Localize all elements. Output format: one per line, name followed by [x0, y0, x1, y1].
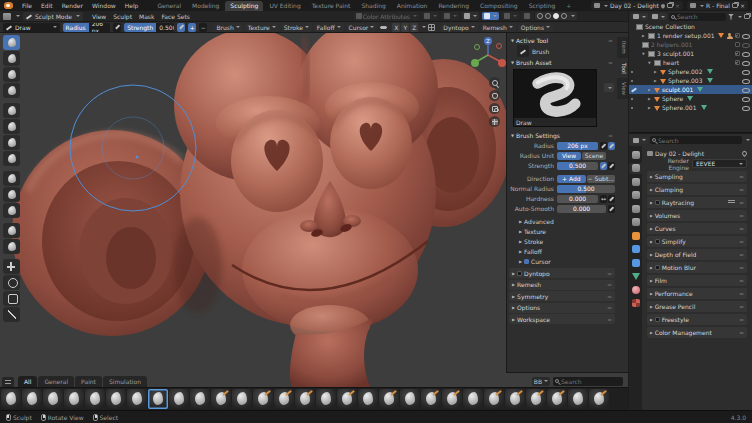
render-engine-dropdown[interactable]: EEVEE	[692, 159, 747, 168]
sidebar-panel-header[interactable]: ▶ Symmetry =	[509, 291, 615, 301]
direction-option[interactable]: − Subt...	[587, 175, 616, 183]
tool-clay-strips[interactable]	[3, 83, 20, 98]
brush-thumbnail[interactable]	[64, 389, 84, 409]
tool-rotate[interactable]	[3, 275, 20, 290]
overlays-toggle[interactable]	[482, 12, 499, 20]
shading-rendered-icon[interactable]	[561, 13, 567, 19]
scene-selector[interactable]: Day 02 - Delight ×	[591, 1, 683, 10]
properties-panel-header[interactable]: Volumes =	[647, 210, 747, 221]
brush-thumbnail[interactable]	[43, 389, 63, 409]
sidebar-panel-header[interactable]: ▶ Options =	[509, 303, 615, 313]
brush-asset-dropdown[interactable]	[604, 83, 614, 92]
tool-move[interactable]	[3, 259, 20, 274]
strength-slider[interactable]: Strength 0.500	[124, 23, 174, 32]
strength-slider[interactable]: 0.500	[557, 162, 598, 170]
visibility-eye-icon[interactable]	[742, 60, 749, 66]
shelf-search-input[interactable]	[561, 378, 621, 385]
workspace-tab[interactable]: Modeling	[187, 1, 224, 11]
workspace-tab[interactable]: Scripting	[524, 1, 561, 11]
outliner-row[interactable]: Scene Collection	[629, 22, 752, 31]
data-icon[interactable]	[629, 271, 642, 282]
brush-thumbnail[interactable]	[127, 389, 147, 409]
material-icon[interactable]	[629, 284, 642, 295]
radius-slider[interactable]: Radius 206 px	[63, 23, 111, 32]
shelf-tab[interactable]: Simulation	[103, 376, 147, 388]
radius-pressure-toggle[interactable]	[600, 142, 607, 150]
brush-thumbnail[interactable]	[253, 389, 273, 409]
render-icon[interactable]	[629, 163, 642, 174]
strength-pressure-toggle[interactable]	[177, 23, 185, 32]
auto-smooth-pressure-toggle[interactable]	[608, 205, 615, 213]
workspace-tab[interactable]: UV Editing	[264, 1, 305, 11]
visibility-eye-icon[interactable]	[742, 33, 749, 39]
viewport-menu-item[interactable]: Mask	[136, 12, 157, 21]
brush-thumbnail[interactable]	[148, 389, 168, 409]
outliner-search[interactable]	[669, 13, 726, 21]
shelf-tab[interactable]: Paint	[75, 376, 102, 388]
camera-view-icon[interactable]	[489, 103, 500, 114]
panel-checkbox[interactable]	[517, 271, 522, 276]
visibility-eye-icon[interactable]	[742, 87, 749, 93]
editor-type-icon[interactable]	[3, 13, 11, 20]
direction-option[interactable]: + Add	[557, 175, 586, 183]
outliner-row[interactable]: Sphere.003	[629, 76, 752, 85]
new-collection-icon[interactable]	[744, 14, 750, 19]
viewport-menu-item[interactable]: View	[89, 12, 109, 21]
sidebar-tab[interactable]: View	[617, 78, 628, 99]
fade-inactive-icon[interactable]	[428, 24, 435, 31]
tool-draw[interactable]	[3, 35, 20, 50]
properties-panel-header[interactable]: Performance =	[647, 288, 747, 299]
panel-checkbox[interactable]	[655, 239, 660, 244]
tool-draw-sharp[interactable]	[3, 51, 20, 66]
outliner-row[interactable]: Sphere	[629, 94, 752, 103]
outliner-row[interactable]: heart	[629, 58, 752, 67]
tool-blob[interactable]	[3, 119, 20, 134]
shading-solid-icon[interactable]	[545, 13, 551, 19]
radius-pressure-curve[interactable]	[608, 142, 615, 150]
properties-panel-header[interactable]: Raytracing =	[647, 197, 747, 208]
tool-grab[interactable]	[3, 187, 20, 202]
hardness-pressure-toggle[interactable]	[608, 195, 615, 203]
brush-thumbnail[interactable]	[547, 389, 567, 409]
tool-annotate[interactable]	[3, 307, 20, 322]
mode-selector[interactable]: Sculpt Mode	[23, 12, 83, 21]
sidebar-tab[interactable]: Item	[617, 37, 628, 58]
brush-thumbnail[interactable]	[232, 389, 252, 409]
tool-snake-hook[interactable]	[3, 203, 20, 218]
brush-thumbnail[interactable]	[526, 389, 546, 409]
viewport-canvas[interactable]: Z	[0, 33, 628, 387]
sidebar-tab[interactable]: Tool	[617, 59, 628, 78]
brush-thumbnail[interactable]	[274, 389, 294, 409]
radius-unit-option[interactable]: Scene	[582, 152, 606, 160]
outliner-row[interactable]: 2 helpers.001	[629, 40, 752, 49]
properties-panel-header[interactable]: Clamping =	[647, 184, 747, 195]
proportional-edit-dropdown[interactable]	[502, 12, 519, 20]
sidebar-panel-header[interactable]: ▶ Remesh =	[509, 280, 615, 290]
properties-panel-header[interactable]: Simplify =	[647, 236, 747, 247]
xray-toggle[interactable]	[522, 12, 532, 20]
tool-transform[interactable]	[3, 291, 20, 306]
view-layer-selector[interactable]: R - Final ×	[687, 1, 748, 10]
shelf-search[interactable]	[553, 377, 623, 386]
workspace-tab[interactable]: +	[561, 1, 576, 11]
mirror-axis-button[interactable]: Y	[401, 23, 409, 32]
brush-asset-panel-header[interactable]: ▼Brush Asset=	[507, 57, 617, 67]
pin-icon[interactable]	[660, 3, 666, 9]
tool-clay[interactable]	[3, 67, 20, 82]
color-attributes-dropdown[interactable]: Color Attributes	[354, 12, 419, 21]
workspace-tab[interactable]: Rendering	[433, 1, 474, 11]
popover-button[interactable]: Options	[518, 23, 553, 32]
visibility-eye-icon[interactable]	[742, 69, 749, 75]
orthographic-toggle-icon[interactable]	[489, 116, 500, 127]
hardness-slider[interactable]: 0.000	[557, 195, 598, 203]
outliner-row[interactable]: Sphere.002	[629, 67, 752, 76]
subpanel-header[interactable]: ▶ Cursor	[507, 256, 617, 266]
properties-panel-header[interactable]: Sampling =	[647, 171, 747, 182]
outliner-display-mode[interactable]	[650, 13, 667, 20]
new-view-layer-icon[interactable]	[732, 3, 738, 8]
shelf-tab[interactable]: All	[18, 376, 37, 388]
subpanel-header[interactable]: ▶ Advanced	[507, 216, 617, 226]
blender-logo-icon[interactable]	[4, 2, 13, 9]
popover-button[interactable]: Dyntopo	[440, 23, 477, 32]
strength-pressure-curve[interactable]	[608, 162, 615, 170]
